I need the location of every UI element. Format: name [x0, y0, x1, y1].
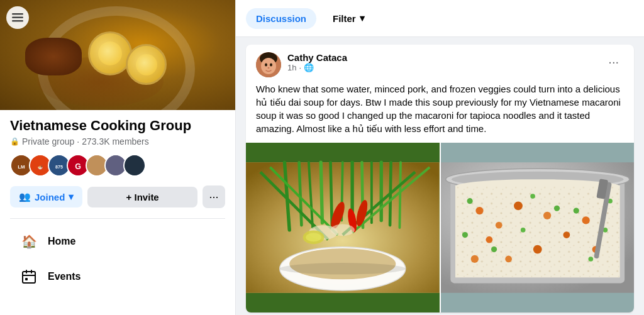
svg-text:LM: LM: [18, 164, 25, 170]
sidebar: Vietnamese Cooking Group 🔒 Private group…: [0, 0, 236, 315]
sidebar-content: Vietnamese Cooking Group 🔒 Private group…: [0, 110, 235, 302]
svg-point-68: [543, 212, 550, 219]
svg-point-24: [268, 67, 270, 69]
group-meta: 🔒 Private group · 273.3K members: [10, 136, 225, 146]
discussion-label: Discussion: [256, 13, 306, 24]
action-buttons: 👥 Joined ▾ + Invite ···: [10, 185, 225, 208]
post-card: Cathy Cataca 1h · 🌐 ··· Who knew that so…: [246, 45, 634, 312]
svg-point-67: [486, 236, 492, 243]
joined-icon: 👥: [19, 191, 31, 202]
svg-rect-13: [125, 155, 145, 175]
joined-button[interactable]: 👥 Joined ▾: [10, 186, 82, 207]
more-button[interactable]: ···: [203, 185, 225, 208]
filter-button[interactable]: Filter ▾: [324, 8, 374, 29]
feed-header: Discussion Filter ▾: [236, 0, 644, 37]
svg-point-84: [588, 257, 593, 262]
post-more-options-button[interactable]: ···: [603, 52, 624, 72]
svg-point-71: [505, 256, 512, 263]
member-avatars: LM 🍜 875 G: [10, 154, 225, 177]
svg-point-22: [265, 64, 267, 67]
nav-events-label: Events: [48, 271, 80, 282]
post-meta: 1h · 🌐: [287, 63, 347, 72]
svg-point-70: [582, 216, 589, 224]
svg-rect-1: [12, 17, 23, 19]
filter-label: Filter: [333, 13, 356, 24]
svg-rect-2: [12, 20, 23, 22]
menu-icon[interactable]: [6, 6, 29, 29]
svg-rect-59: [455, 185, 619, 277]
svg-rect-18: [25, 278, 28, 280]
post-time: 1h: [287, 63, 296, 72]
nav-home-label: Home: [48, 236, 75, 247]
svg-point-76: [530, 194, 535, 199]
post-author-info: Cathy Cataca 1h · 🌐: [256, 52, 347, 77]
invite-label: + Invite: [126, 192, 159, 202]
post-body: Who knew that some water, minced pork, a…: [246, 82, 634, 143]
svg-text:🍜: 🍜: [38, 165, 43, 170]
post-image-left: [246, 143, 441, 312]
post-text: Who knew that some water, minced pork, a…: [256, 84, 621, 134]
group-type: Private group: [22, 136, 74, 146]
nav-item-events[interactable]: Events: [10, 259, 225, 294]
svg-point-77: [553, 206, 559, 211]
home-icon: 🏠: [18, 230, 40, 253]
tab-discussion[interactable]: Discussion: [246, 8, 316, 29]
svg-point-79: [573, 207, 579, 213]
filter-arrow-icon: ▾: [360, 13, 365, 24]
svg-point-81: [491, 246, 496, 252]
avatar: [123, 154, 146, 177]
svg-point-74: [470, 255, 478, 263]
svg-line-31: [331, 162, 332, 225]
nav-item-home[interactable]: 🏠 Home: [10, 224, 225, 259]
post-image-right: [441, 143, 635, 312]
joined-label: Joined: [35, 192, 65, 202]
ellipsis-icon: ···: [608, 55, 619, 69]
svg-point-78: [520, 228, 525, 233]
svg-point-23: [270, 64, 272, 67]
svg-rect-0: [12, 13, 23, 15]
author-name: Cathy Cataca: [287, 52, 347, 63]
svg-point-64: [475, 207, 483, 214]
svg-point-75: [467, 198, 472, 204]
member-count: 273.3K members: [82, 136, 149, 146]
feed: Discussion Filter ▾: [236, 0, 644, 315]
svg-point-72: [533, 245, 541, 254]
post-header: Cathy Cataca 1h · 🌐 ···: [246, 45, 634, 82]
svg-point-65: [495, 222, 502, 229]
group-name: Vietnamese Cooking Group: [10, 118, 225, 134]
svg-text:875: 875: [55, 165, 63, 170]
cover-image: [0, 0, 235, 110]
svg-line-38: [399, 162, 401, 228]
lock-icon: 🔒: [10, 137, 19, 146]
divider: [10, 218, 225, 219]
svg-point-49: [306, 233, 321, 241]
ellipsis-icon: ···: [209, 191, 218, 204]
events-icon: [18, 265, 40, 288]
globe-icon: 🌐: [304, 63, 314, 72]
svg-point-66: [514, 201, 523, 210]
svg-point-52: [280, 263, 406, 274]
svg-point-83: [462, 232, 467, 238]
svg-point-69: [563, 231, 570, 238]
avatar: [256, 52, 281, 77]
invite-button[interactable]: + Invite: [87, 187, 197, 207]
svg-rect-14: [23, 272, 35, 283]
svg-line-30: [321, 162, 322, 223]
author-details: Cathy Cataca 1h · 🌐: [287, 52, 347, 72]
svg-text:G: G: [75, 162, 81, 171]
chevron-down-icon: ▾: [69, 191, 74, 202]
post-images: [246, 143, 634, 312]
svg-point-47: [331, 224, 355, 236]
